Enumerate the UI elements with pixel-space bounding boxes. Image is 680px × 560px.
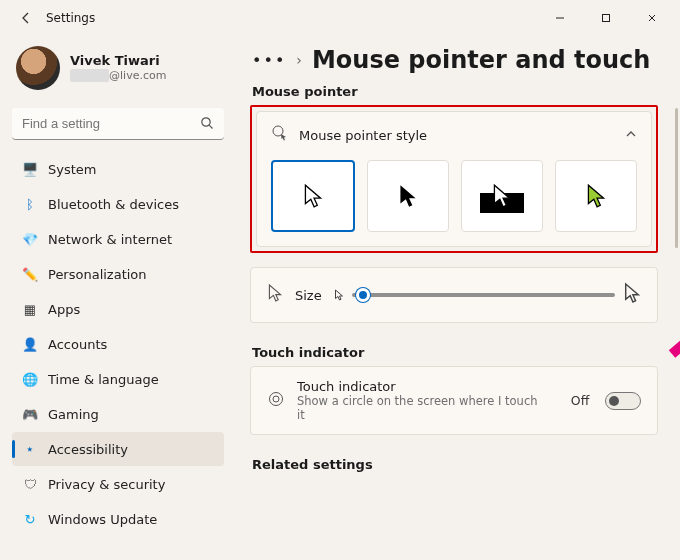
nav-icon: 💎 bbox=[22, 232, 38, 247]
touch-icon bbox=[267, 390, 285, 412]
breadcrumb-separator: › bbox=[296, 52, 302, 68]
section-label-touch-indicator: Touch indicator bbox=[252, 345, 658, 360]
nav-label: Accounts bbox=[48, 337, 107, 352]
pointer-style-icon bbox=[271, 124, 289, 146]
nav-icon: 🖥️ bbox=[22, 162, 38, 177]
svg-line-3 bbox=[209, 125, 212, 128]
nav-icon: 🌐 bbox=[22, 372, 38, 387]
search-input[interactable] bbox=[12, 108, 224, 140]
chevron-up-icon bbox=[625, 128, 637, 143]
nav-label: Privacy & security bbox=[48, 477, 165, 492]
nav-label: Time & language bbox=[48, 372, 159, 387]
nav-icon: 🎮 bbox=[22, 407, 38, 422]
nav-label: Personalization bbox=[48, 267, 147, 282]
size-slider-thumb[interactable] bbox=[356, 288, 370, 302]
size-max-icon bbox=[623, 282, 641, 308]
sidebar: Vivek Tiwari xxxxxx@live.com 🖥️SystemᛒBl… bbox=[0, 36, 232, 560]
sidebar-item-personalization[interactable]: ✏️Personalization bbox=[12, 257, 224, 291]
breadcrumb-ellipsis[interactable]: ••• bbox=[252, 51, 286, 70]
avatar bbox=[16, 46, 60, 90]
titlebar: Settings bbox=[0, 0, 680, 36]
touch-indicator-toggle[interactable] bbox=[605, 392, 641, 410]
window-controls bbox=[540, 4, 672, 32]
search-icon bbox=[200, 116, 214, 133]
nav-icon: 👤 bbox=[22, 337, 38, 352]
sidebar-item-accounts[interactable]: 👤Accounts bbox=[12, 327, 224, 361]
nav-icon: 🛡 bbox=[22, 477, 38, 492]
nav-label: Gaming bbox=[48, 407, 99, 422]
nav-label: Windows Update bbox=[48, 512, 157, 527]
size-slider[interactable] bbox=[352, 293, 615, 297]
svg-point-5 bbox=[270, 392, 283, 405]
sidebar-item-gaming[interactable]: 🎮Gaming bbox=[12, 397, 224, 431]
pointer-style-white[interactable] bbox=[271, 160, 355, 232]
section-label-mouse-pointer: Mouse pointer bbox=[252, 84, 658, 99]
pointer-size-row: Size bbox=[250, 267, 658, 323]
touch-indicator-subtitle: Show a circle on the screen where I touc… bbox=[297, 394, 547, 422]
pointer-style-black[interactable] bbox=[367, 160, 449, 232]
size-min-icon bbox=[334, 286, 344, 305]
back-button[interactable] bbox=[14, 6, 38, 30]
user-email: xxxxxx@live.com bbox=[70, 69, 166, 82]
content-area: ••• › Mouse pointer and touch Mouse poin… bbox=[232, 36, 680, 560]
nav-icon: ▦ bbox=[22, 302, 38, 317]
nav-label: Accessibility bbox=[48, 442, 128, 457]
touch-indicator-state: Off bbox=[571, 393, 589, 408]
annotation-arrow bbox=[662, 274, 680, 364]
touch-indicator-row: Touch indicator Show a circle on the scr… bbox=[250, 366, 658, 435]
scrollbar[interactable] bbox=[675, 108, 678, 248]
pointer-style-group: Mouse pointer style bbox=[256, 111, 652, 247]
pointer-style-label: Mouse pointer style bbox=[299, 128, 615, 143]
pointer-style-custom-color[interactable] bbox=[555, 160, 637, 232]
nav-icon: ✏️ bbox=[22, 267, 38, 282]
close-button[interactable] bbox=[632, 4, 672, 32]
user-account-row[interactable]: Vivek Tiwari xxxxxx@live.com bbox=[12, 40, 224, 104]
nav-icon: ᛒ bbox=[22, 197, 38, 212]
pointer-style-inverted[interactable] bbox=[461, 160, 543, 232]
page-title: Mouse pointer and touch bbox=[312, 46, 650, 74]
touch-indicator-title: Touch indicator bbox=[297, 379, 547, 394]
nav-icon: ⭑ bbox=[22, 441, 38, 457]
nav-label: Apps bbox=[48, 302, 80, 317]
user-name: Vivek Tiwari bbox=[70, 54, 166, 68]
pointer-style-options bbox=[257, 154, 651, 246]
nav-icon: ↻ bbox=[22, 512, 38, 527]
sidebar-item-time-language[interactable]: 🌐Time & language bbox=[12, 362, 224, 396]
sidebar-item-accessibility[interactable]: ⭑Accessibility bbox=[12, 432, 224, 466]
minimize-button[interactable] bbox=[540, 4, 580, 32]
size-label: Size bbox=[295, 288, 322, 303]
sidebar-item-windows-update[interactable]: ↻Windows Update bbox=[12, 502, 224, 536]
sidebar-item-system[interactable]: 🖥️System bbox=[12, 152, 224, 186]
svg-rect-1 bbox=[603, 15, 610, 22]
svg-point-6 bbox=[273, 396, 279, 402]
nav-label: Network & internet bbox=[48, 232, 172, 247]
nav-label: System bbox=[48, 162, 96, 177]
breadcrumb: ••• › Mouse pointer and touch bbox=[252, 46, 658, 74]
search-wrap bbox=[12, 108, 224, 140]
nav-label: Bluetooth & devices bbox=[48, 197, 179, 212]
nav-list: 🖥️SystemᛒBluetooth & devices💎Network & i… bbox=[12, 152, 224, 536]
sidebar-item-apps[interactable]: ▦Apps bbox=[12, 292, 224, 326]
sidebar-item-bluetooth-devices[interactable]: ᛒBluetooth & devices bbox=[12, 187, 224, 221]
cursor-icon bbox=[267, 283, 283, 307]
annotation-highlight-frame: Mouse pointer style bbox=[250, 105, 658, 253]
pointer-style-header[interactable]: Mouse pointer style bbox=[257, 112, 651, 154]
section-label-related: Related settings bbox=[252, 457, 658, 472]
sidebar-item-network-internet[interactable]: 💎Network & internet bbox=[12, 222, 224, 256]
maximize-button[interactable] bbox=[586, 4, 626, 32]
app-title: Settings bbox=[46, 11, 95, 25]
svg-point-2 bbox=[202, 118, 210, 126]
sidebar-item-privacy-security[interactable]: 🛡Privacy & security bbox=[12, 467, 224, 501]
